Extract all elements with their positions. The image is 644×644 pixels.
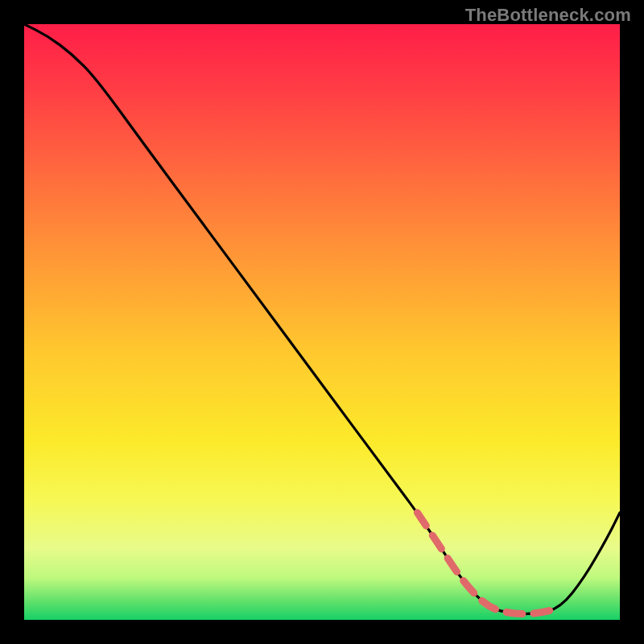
chart-frame: TheBottleneck.com [0,0,644,644]
curve-path [24,24,620,614]
curve-dashed-segment [417,513,560,614]
watermark-text: TheBottleneck.com [465,5,631,26]
plot-area [24,24,620,620]
bottleneck-curve [24,24,620,620]
